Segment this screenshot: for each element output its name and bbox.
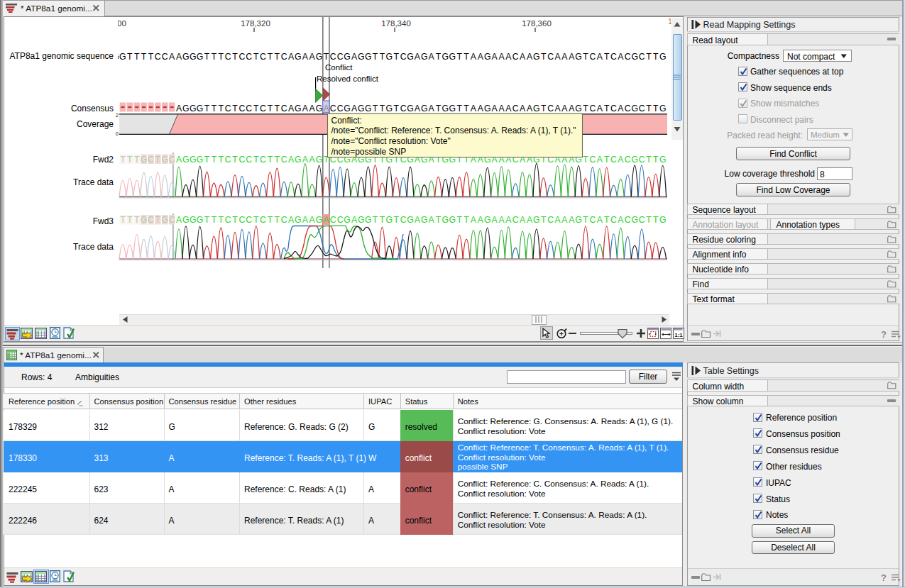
svg-text:Trace data: Trace data xyxy=(73,242,114,252)
svg-text:AGGGTTTCTCCTCTTCAGAAG: AGGGTTTCTCCTCTTCAGAAG xyxy=(176,104,322,113)
svg-text:Coverage: Coverage xyxy=(77,119,114,129)
svg-text:178,320: 178,320 xyxy=(241,19,270,28)
svg-text:1:1: 1:1 xyxy=(674,332,683,338)
svg-text:TTTGCTGC: TTTGCTGC xyxy=(120,215,175,225)
svg-text:Resolved conflict: Resolved conflict xyxy=(317,74,379,83)
svg-text:GTTTTCCAAGGGTTTCTCCTCTTCAGAAGT: GTTTTCCAAGGGTTTCTCCTCTTCAGAAGTCCGAGGTTGT… xyxy=(119,52,666,62)
svg-text:0: 0 xyxy=(116,131,119,137)
svg-text:A: A xyxy=(323,104,329,113)
svg-text:2: 2 xyxy=(116,112,119,118)
svg-text:Conflict:: Conflict: xyxy=(331,116,362,126)
svg-text:Trace data: Trace data xyxy=(73,177,114,187)
svg-text:CCGAGGTTGTCGAGATGGTTAAGAAACAAG: CCGAGGTTGTCGAGATGGTTAAGAAACAAGTCAAAGTCAT… xyxy=(330,104,667,113)
svg-text:Consensus: Consensus xyxy=(71,104,114,113)
svg-text:178,360: 178,360 xyxy=(522,19,552,28)
svg-text:178,300: 178,300 xyxy=(97,19,126,28)
svg-text:AGGGTTTCTCCTCTTCAGAAGACCGAGGTT: AGGGTTTCTCCTCTTCAGAAGACCGAGGTTGTCGAGATGG… xyxy=(176,215,667,225)
svg-text:/note=possible SNP: /note=possible SNP xyxy=(331,147,407,157)
svg-text:178,340: 178,340 xyxy=(381,19,411,28)
svg-text:Fwd3: Fwd3 xyxy=(93,216,114,226)
svg-text:TTTGCTGC: TTTGCTGC xyxy=(120,155,175,165)
svg-text:Fwd2: Fwd2 xyxy=(93,155,114,165)
svg-text:Conflict: Conflict xyxy=(325,63,353,72)
svg-text:/note="Conflict: Reference: T.: /note="Conflict: Reference: T. Consensus… xyxy=(331,126,576,135)
svg-text:/note="Conflict resolution: Vo: /note="Conflict resolution: Vote" xyxy=(331,136,451,146)
svg-text:ATP8a1 genomic sequence: ATP8a1 genomic sequence xyxy=(9,51,114,61)
